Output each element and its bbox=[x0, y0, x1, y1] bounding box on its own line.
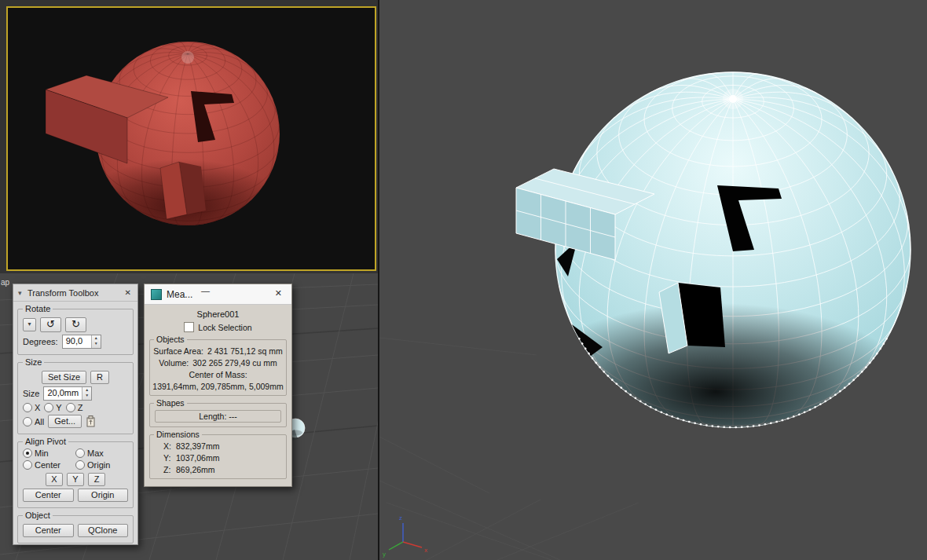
spin-down-icon[interactable]: ▼ bbox=[92, 341, 101, 346]
radio-icon bbox=[75, 448, 85, 458]
measure-dialog: Mea... — ✕ Sphere001 Lock Selection Obje… bbox=[144, 284, 292, 487]
radio-origin[interactable]: Origin bbox=[75, 460, 128, 470]
rotate-group: Rotate ▾ ↺ ↻ Degrees: 90,0 ▲▼ bbox=[17, 309, 134, 355]
size-label: Size bbox=[23, 357, 44, 367]
application-window: ap bbox=[0, 0, 927, 560]
radio-max[interactable]: Max bbox=[75, 448, 128, 458]
panel-title: Transform Toolbox bbox=[27, 288, 123, 298]
objects-label: Objects bbox=[154, 335, 187, 344]
align-y-button[interactable]: Y bbox=[67, 473, 84, 486]
red-sphere-canvas bbox=[8, 8, 375, 269]
align-pivot-label: Align Pivot bbox=[23, 437, 68, 446]
viewport-shaded[interactable] bbox=[6, 6, 376, 271]
radio-icon bbox=[75, 460, 85, 470]
lock-selection-label: Lock Selection bbox=[198, 323, 251, 332]
spin-up-icon[interactable]: ▲ bbox=[82, 387, 91, 393]
wireframe-sphere-canvas: z x y bbox=[379, 0, 927, 560]
radio-icon bbox=[23, 417, 32, 426]
dimension-x-value: 832,397mm bbox=[176, 441, 219, 451]
objects-group: Objects Surface Area:2 431 751,12 sq mm … bbox=[149, 339, 287, 396]
paste-pivot-icon[interactable] bbox=[86, 415, 96, 427]
volume-row: Volume:302 265 279,49 cu mm bbox=[152, 357, 284, 369]
dimension-z-row: Z:869,26mm bbox=[152, 464, 284, 476]
axis-x-label: x bbox=[424, 547, 427, 554]
axis-z-label: z bbox=[399, 514, 402, 522]
align-center-button[interactable]: Center bbox=[23, 489, 74, 502]
length-row: Length: --- bbox=[155, 410, 281, 423]
dimension-x-row: X:832,397mm bbox=[152, 441, 284, 452]
viewport-wireframe[interactable]: z x y bbox=[378, 0, 927, 560]
shapes-label: Shapes bbox=[154, 398, 187, 408]
r-button[interactable]: R bbox=[90, 371, 109, 384]
align-origin-button[interactable]: Origin bbox=[78, 489, 129, 502]
degrees-label: Degrees: bbox=[23, 337, 58, 346]
rotate-ccw-button[interactable]: ↺ bbox=[40, 317, 61, 332]
object-label: Object bbox=[23, 511, 53, 520]
axis-gizmo-icon: z x y bbox=[383, 514, 427, 558]
radio-axis-z[interactable]: Z bbox=[66, 403, 83, 412]
radio-label: X bbox=[35, 403, 40, 412]
clipped-panel-label: ap bbox=[1, 278, 9, 287]
radio-center[interactable]: Center bbox=[23, 460, 75, 470]
close-icon[interactable]: ✕ bbox=[123, 288, 133, 297]
lock-selection-checkbox[interactable]: Lock Selection bbox=[145, 322, 291, 332]
qclone-button[interactable]: QClone bbox=[78, 524, 129, 537]
set-size-button[interactable]: Set Size bbox=[42, 371, 86, 384]
shapes-group: Shapes Length: --- bbox=[149, 403, 287, 427]
rotate-cw-button[interactable]: ↻ bbox=[65, 317, 86, 332]
radio-label: Z bbox=[78, 403, 83, 412]
align-z-button[interactable]: Z bbox=[88, 473, 105, 486]
radio-icon bbox=[66, 403, 75, 412]
radio-label: Origin bbox=[87, 460, 110, 470]
surface-area-row: Surface Area:2 431 751,12 sq mm bbox=[152, 346, 284, 357]
get-button[interactable]: Get... bbox=[48, 415, 82, 428]
dimension-z-value: 869,26mm bbox=[176, 465, 215, 474]
size-spinner[interactable]: 20,0mm ▲▼ bbox=[43, 386, 92, 401]
radio-min[interactable]: Min bbox=[23, 448, 75, 458]
object-center-button[interactable]: Center bbox=[23, 524, 74, 537]
dialog-title: Mea... bbox=[167, 289, 192, 300]
checkbox-icon bbox=[184, 322, 194, 332]
radio-label: Center bbox=[35, 460, 60, 470]
size-field-label: Size bbox=[23, 389, 39, 398]
axis-y-label: y bbox=[383, 551, 386, 558]
dimensions-group: Dimensions X:832,397mm Y:1037,06mm Z:869… bbox=[149, 434, 287, 479]
close-icon[interactable]: ✕ bbox=[275, 288, 282, 298]
volume-label: Volume: bbox=[159, 358, 189, 368]
transform-toolbox-titlebar[interactable]: ▾ Transform Toolbox ✕ bbox=[13, 284, 137, 302]
dimension-y-row: Y:1037,06mm bbox=[152, 452, 284, 464]
degrees-value: 90,0 bbox=[63, 335, 91, 348]
radio-axis-y[interactable]: Y bbox=[44, 403, 61, 412]
align-x-button[interactable]: X bbox=[46, 473, 63, 486]
spin-up-icon[interactable]: ▲ bbox=[92, 335, 101, 341]
rotate-axis-dropdown[interactable]: ▾ bbox=[23, 318, 36, 331]
dimensions-label: Dimensions bbox=[154, 430, 202, 439]
surface-area-value: 2 431 751,12 sq mm bbox=[207, 346, 283, 356]
dimension-y-value: 1037,06mm bbox=[176, 453, 219, 463]
panel-menu-icon[interactable]: ▾ bbox=[18, 289, 27, 297]
measure-dialog-icon bbox=[151, 289, 162, 300]
measure-titlebar[interactable]: Mea... — ✕ bbox=[145, 284, 291, 305]
radio-label: Min bbox=[35, 448, 49, 458]
spinner-arrows[interactable]: ▲▼ bbox=[82, 387, 91, 400]
radio-icon bbox=[23, 448, 32, 458]
radio-label: Max bbox=[87, 448, 104, 458]
surface-area-label: Surface Area: bbox=[153, 346, 203, 356]
align-pivot-group: Align Pivot Min Max Center Origin X Y Z … bbox=[17, 441, 134, 508]
dimension-x-label: X: bbox=[163, 441, 176, 452]
minimize-icon[interactable]: — bbox=[201, 286, 210, 295]
radio-icon bbox=[23, 460, 32, 470]
size-group: Size Set Size R Size 20,0mm ▲▼ X Y Z All… bbox=[17, 362, 134, 434]
spin-down-icon[interactable]: ▼ bbox=[82, 393, 91, 398]
size-value: 20,0mm bbox=[44, 387, 82, 400]
transform-toolbox-panel: ▾ Transform Toolbox ✕ Rotate ▾ ↺ ↻ Degre… bbox=[13, 284, 138, 545]
volume-value: 302 265 279,49 cu mm bbox=[192, 358, 277, 368]
radio-axis-x[interactable]: X bbox=[23, 403, 40, 412]
degrees-spinner[interactable]: 90,0 ▲▼ bbox=[62, 335, 101, 349]
radio-label: Y bbox=[56, 403, 61, 412]
radio-icon bbox=[23, 403, 32, 412]
spinner-arrows[interactable]: ▲▼ bbox=[91, 335, 101, 348]
measure-body: Sphere001 Lock Selection Objects Surface… bbox=[145, 309, 291, 479]
center-of-mass-label-row: Center of Mass: bbox=[152, 369, 284, 381]
radio-all[interactable]: All bbox=[23, 417, 44, 426]
